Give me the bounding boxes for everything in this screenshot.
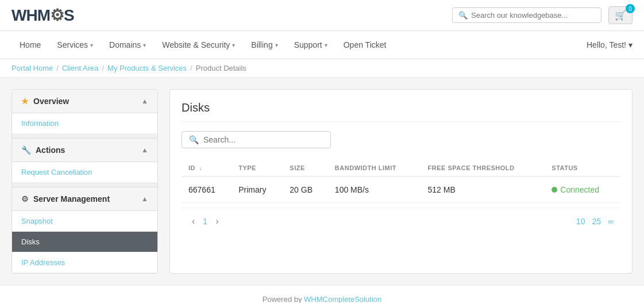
search-icon: 🔍	[189, 135, 199, 144]
sidebar-section-label-actions: Actions	[36, 145, 65, 155]
cell-size: 20 GB	[283, 177, 328, 203]
nav-billing[interactable]: Billing ▾	[243, 31, 286, 59]
col-status: STATUS	[545, 160, 620, 177]
nav-items: Home Services ▾ Domains ▾ Website & Secu…	[11, 31, 394, 59]
col-type: TYPE	[232, 160, 283, 177]
cell-bandwidth: 100 MB/s	[328, 177, 421, 203]
sidebar-item-snapshot[interactable]: Snapshot	[12, 211, 157, 232]
pagination-prev[interactable]: ‹	[188, 215, 198, 228]
sidebar-section-actions[interactable]: 🔧 Actions ▲	[12, 139, 157, 162]
nav-services[interactable]: Services ▾	[49, 31, 101, 59]
search-input[interactable]	[471, 11, 595, 20]
logo: WHM⚙S	[11, 6, 74, 25]
star-icon: ★	[21, 97, 29, 106]
pagination: ‹ 1 › 10 25 ∞	[182, 208, 620, 228]
cell-type: Primary	[232, 177, 283, 203]
breadcrumb-sep: /	[102, 64, 104, 72]
breadcrumb: Portal Home / Client Area / My Products …	[0, 59, 644, 78]
knowledgebase-search[interactable]: 🔍	[452, 7, 601, 23]
col-size: SIZE	[283, 160, 328, 177]
breadcrumb-portal-home[interactable]: Portal Home	[11, 64, 53, 72]
nav-home[interactable]: Home	[11, 31, 49, 59]
chevron-down-icon: ▾	[232, 42, 235, 48]
footer: Powered by WHMCompleteSolution	[0, 285, 644, 303]
chevron-up-icon: ▲	[141, 146, 148, 154]
col-free-space: FREE SPACE THRESHOLD	[421, 160, 545, 177]
breadcrumb-sep: /	[56, 64, 59, 72]
logo-gear: ⚙	[50, 6, 64, 24]
page-size-10[interactable]: 10	[576, 217, 585, 226]
sidebar-section-overview[interactable]: ★ Overview ▲	[12, 90, 157, 113]
cart-badge: 0	[626, 4, 635, 13]
page-size-options: 10 25 ∞	[576, 217, 614, 226]
page-size-all[interactable]: ∞	[608, 217, 614, 226]
sidebar: ★ Overview ▲ Information 🔧 Actions ▲ Req…	[11, 89, 158, 274]
breadcrumb-current: Product Details	[196, 64, 246, 72]
disk-search[interactable]: 🔍	[182, 131, 331, 148]
cart-button[interactable]: 🛒 0	[608, 6, 633, 24]
cell-status: Connected	[545, 177, 620, 203]
logo-text: WHM⚙S	[11, 6, 74, 25]
cell-id: 667661	[182, 177, 232, 203]
disk-search-input[interactable]	[203, 135, 323, 144]
content-area: Disks 🔍 ID ↓ TYPE SIZE BANDWIDTH LIMIT F…	[169, 89, 633, 274]
sidebar-section-label-overview: Overview	[33, 97, 69, 106]
page-size-25[interactable]: 25	[592, 217, 601, 226]
chevron-down-icon: ▾	[90, 42, 93, 48]
pagination-next[interactable]: ›	[212, 215, 222, 228]
sort-icon: ↓	[199, 165, 203, 171]
page-nav: ‹ 1 ›	[188, 215, 222, 228]
chevron-down-icon: ▾	[628, 40, 633, 49]
status-dot-icon	[552, 187, 557, 193]
sidebar-section-label-server-management: Server Management	[33, 194, 110, 204]
cell-free-space: 512 MB	[421, 177, 545, 203]
page-title: Disks	[182, 101, 620, 122]
nav-open-ticket[interactable]: Open Ticket	[336, 31, 395, 59]
breadcrumb-sep: /	[190, 64, 192, 72]
wrench-icon: 🔧	[21, 145, 31, 155]
chevron-down-icon: ▾	[325, 42, 327, 48]
gear-icon: ⚙	[21, 194, 29, 204]
breadcrumb-client-area[interactable]: Client Area	[62, 64, 99, 72]
chevron-up-icon: ▲	[141, 195, 148, 203]
disk-table: ID ↓ TYPE SIZE BANDWIDTH LIMIT FREE SPAC…	[182, 160, 620, 203]
top-bar: WHM⚙S 🔍 🛒 0	[0, 0, 644, 31]
sidebar-item-information[interactable]: Information	[12, 113, 157, 134]
footer-link[interactable]: WHMCompleteSolution	[304, 295, 381, 303]
col-bandwidth: BANDWIDTH LIMIT	[328, 160, 421, 177]
nav-support[interactable]: Support ▾	[286, 31, 336, 59]
table-row: 667661 Primary 20 GB 100 MB/s 512 MB Con…	[182, 177, 620, 203]
user-menu[interactable]: Hello, Test! ▾	[587, 31, 633, 59]
sidebar-item-ip-addresses[interactable]: IP Addresses	[12, 252, 157, 273]
main-container: ★ Overview ▲ Information 🔧 Actions ▲ Req…	[0, 78, 644, 285]
top-right: 🔍 🛒 0	[452, 6, 633, 24]
sidebar-item-disks[interactable]: Disks	[12, 232, 157, 252]
col-id: ID ↓	[182, 160, 232, 177]
chevron-down-icon: ▾	[143, 42, 146, 48]
nav-website-security[interactable]: Website & Security ▾	[154, 31, 243, 59]
sidebar-spacer	[12, 134, 157, 139]
sidebar-spacer	[12, 183, 157, 187]
pagination-current[interactable]: 1	[203, 217, 207, 226]
sidebar-item-request-cancellation[interactable]: Request Cancellation	[12, 162, 157, 183]
status-badge: Connected	[552, 185, 614, 194]
sidebar-section-server-management[interactable]: ⚙ Server Management ▲	[12, 187, 157, 211]
search-icon: 🔍	[458, 11, 468, 20]
breadcrumb-products[interactable]: My Products & Services	[107, 64, 187, 72]
chevron-up-icon: ▲	[141, 97, 148, 105]
nav-domains[interactable]: Domains ▾	[101, 31, 154, 59]
chevron-down-icon: ▾	[275, 42, 278, 48]
nav-bar: Home Services ▾ Domains ▾ Website & Secu…	[0, 31, 644, 59]
